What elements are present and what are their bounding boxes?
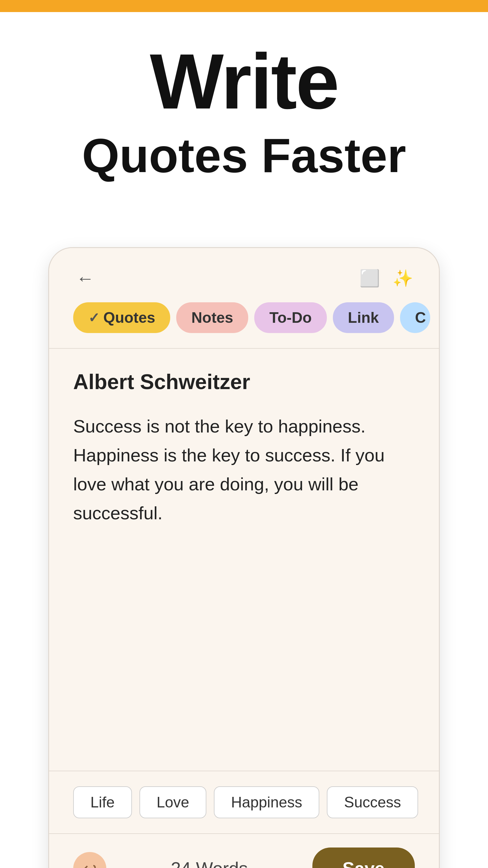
- tag-button[interactable]: ⬜: [358, 266, 382, 290]
- ai-icon: ✨: [392, 269, 413, 288]
- content-area: Albert Schweitzer Success is not the key…: [49, 349, 439, 771]
- tab-notes[interactable]: Notes: [176, 302, 248, 333]
- back-button[interactable]: ←: [73, 266, 97, 290]
- quote-text: Success is not the key to happiness. Hap…: [73, 412, 415, 528]
- hero-subtitle-text: Quotes Faster: [82, 127, 406, 184]
- tab-quotes-label: Quotes: [103, 309, 155, 327]
- tags-row: Life Love Happiness Success: [49, 771, 439, 833]
- tab-todo[interactable]: To-Do: [254, 302, 327, 333]
- undo-button[interactable]: ↩: [73, 852, 106, 868]
- check-icon: ✓: [88, 310, 100, 326]
- top-status-bar: [0, 0, 488, 12]
- tag-happiness[interactable]: Happiness: [214, 786, 319, 818]
- tab-link-label: Link: [348, 309, 379, 327]
- hero-main-text: Write: [150, 42, 338, 121]
- tab-notes-label: Notes: [191, 309, 233, 327]
- tab-todo-label: To-Do: [269, 309, 312, 327]
- phone-header: ← ⬜ ✨: [49, 248, 439, 302]
- tag-love[interactable]: Love: [139, 786, 206, 818]
- ai-button[interactable]: ✨: [391, 266, 415, 290]
- header-actions: ⬜ ✨: [358, 266, 415, 290]
- tag-icon: ⬜: [359, 269, 380, 288]
- phone-mockup: ← ⬜ ✨ ✓ Quotes Notes To-Do Link C: [48, 247, 440, 868]
- tab-extra-label: C: [415, 309, 426, 327]
- tag-life-label: Life: [90, 794, 115, 811]
- tag-success-label: Success: [344, 794, 401, 811]
- undo-icon: ↩: [83, 859, 97, 868]
- tab-extra[interactable]: C: [400, 302, 430, 333]
- word-count: 24 Words: [171, 858, 248, 868]
- author-name: Albert Schweitzer: [73, 370, 415, 394]
- save-button[interactable]: Save: [313, 847, 415, 868]
- tag-life[interactable]: Life: [73, 786, 132, 818]
- tab-quotes[interactable]: ✓ Quotes: [73, 302, 170, 333]
- footer-bar: ↩ 24 Words Save: [49, 833, 439, 868]
- tag-success[interactable]: Success: [327, 786, 418, 818]
- back-icon: ←: [76, 268, 94, 289]
- tag-happiness-label: Happiness: [231, 794, 302, 811]
- hero-section: Write Quotes Faster: [0, 12, 488, 184]
- tab-link[interactable]: Link: [333, 302, 394, 333]
- tag-love-label: Love: [157, 794, 189, 811]
- tabs-row: ✓ Quotes Notes To-Do Link C: [49, 302, 439, 348]
